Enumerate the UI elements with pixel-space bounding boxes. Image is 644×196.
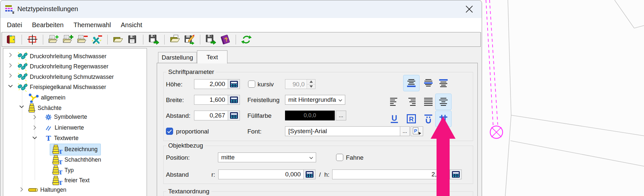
tree-item-sch-chte[interactable]: Schächte (3, 102, 147, 112)
tab-darstellung[interactable]: Darstellung (158, 52, 197, 63)
halign-justify-button[interactable] (420, 94, 437, 110)
tree-item-body[interactable]: TTextwerte (43, 133, 82, 143)
tree-item-symbolwerte[interactable]: Symbolwerte (3, 112, 147, 123)
expand-icon[interactable] (7, 72, 14, 80)
tree-item-druckrohrleitung-regenwasser[interactable]: Druckrohrleitung Regenwasser (3, 61, 147, 71)
abstand-input[interactable]: 0,267 (194, 111, 240, 120)
exit-button[interactable] (5, 34, 17, 45)
network-chain-icon (17, 62, 28, 72)
tree-item-textwerte[interactable]: TTextwerte (3, 133, 147, 143)
save-as-button[interactable] (184, 34, 195, 45)
export-button[interactable] (148, 34, 160, 45)
font-apply-button[interactable]: P (411, 126, 423, 136)
plot-frame-button[interactable] (27, 34, 38, 45)
collapse-icon[interactable] (7, 83, 14, 90)
tree-item-bezeichnung[interactable]: TBezeichnung (3, 143, 147, 154)
proportional-checkbox[interactable] (166, 128, 173, 135)
schriftparameter-legend: Schriftparameter (166, 68, 216, 76)
valign-bottom-button[interactable] (403, 75, 420, 91)
hoehe-input[interactable]: 2,000 (194, 79, 240, 89)
spin-up-icon (307, 80, 315, 84)
close-icon (465, 5, 474, 13)
tree-item-body[interactable]: Haltungen (26, 185, 70, 195)
calculator-icon[interactable] (303, 170, 315, 179)
refresh-button[interactable] (241, 34, 252, 45)
fuellfarbe-swatch[interactable]: 0,0,0 (285, 111, 335, 120)
save-button[interactable] (127, 34, 138, 45)
help-button[interactable]: ? (219, 34, 231, 45)
kursiv-checkbox[interactable] (248, 80, 255, 88)
halign-right-button[interactable] (403, 94, 420, 110)
fahne-checkbox[interactable] (336, 154, 343, 161)
annotation-arrow (425, 111, 461, 196)
menu-datei[interactable]: Datei (6, 21, 23, 29)
freistellung-dropdown[interactable]: mit Hintergrundfa (285, 95, 345, 105)
valign-top-button[interactable] (435, 75, 452, 91)
calculator-icon[interactable] (228, 80, 240, 89)
menubar: DateiBearbeitenThemenwahlAnsicht (0, 18, 482, 32)
expand-icon[interactable] (31, 114, 39, 121)
abstand-r-input[interactable]: 0,000 (218, 169, 315, 179)
tree-item-druckrohrleitung-schmutzwasser[interactable]: Druckrohrleitung Schmutzwasser (3, 71, 147, 81)
halign-center-button[interactable] (435, 94, 452, 110)
toolbar-separator (143, 35, 143, 45)
menu-themenwahl[interactable]: Themenwahl (73, 21, 112, 29)
tree-item-label: Bezeichnung (64, 146, 98, 153)
tab-text[interactable]: Text (197, 50, 227, 63)
tree-item-label: Symbolwerte (54, 114, 87, 120)
valign-bottom-icon (406, 79, 416, 88)
collapse-icon[interactable] (31, 134, 39, 142)
tree-item-body[interactable]: Linienwerte (43, 123, 87, 133)
toolbar: ? (2, 32, 481, 47)
menu-ansicht[interactable]: Ansicht (120, 21, 143, 29)
add-entry-button[interactable] (62, 34, 74, 45)
expand-icon[interactable] (31, 124, 39, 132)
tree-item-freier-text[interactable]: Tfreier Text (3, 174, 147, 185)
open-folder-button[interactable] (112, 34, 124, 45)
h-label: h: (324, 171, 330, 178)
breite-input[interactable]: 1,600 (194, 95, 240, 105)
font-input[interactable]: [System]-Arial (285, 126, 400, 136)
winkel-spinner[interactable]: 90,0 (285, 79, 315, 89)
frame-text-button[interactable]: R (403, 111, 420, 127)
tree-item-allgemein[interactable]: allgemein (3, 92, 147, 102)
gear-icon (45, 114, 52, 121)
valign-middle-button[interactable] (420, 75, 437, 91)
tree-item-label: Textwerte (54, 135, 79, 142)
svg-text:R: R (409, 116, 414, 123)
fuellfarbe-more-button[interactable]: ... (336, 111, 346, 120)
position-value: mitte (221, 154, 235, 161)
frame-r-icon: R (406, 114, 416, 124)
tree-item-schachth-hen[interactable]: TSchachthöhen (3, 154, 147, 164)
font-value: [System]-Arial (285, 128, 400, 135)
underline-button[interactable]: U (386, 111, 402, 127)
tree-item-haltungen[interactable]: Haltungen (3, 185, 147, 195)
tree-item-label: Typ (64, 167, 74, 174)
spinner-arrows[interactable] (307, 80, 315, 89)
halign-left-button[interactable] (386, 94, 402, 110)
expand-icon[interactable] (7, 52, 14, 59)
close-button[interactable] (460, 3, 478, 16)
cad-canvas[interactable]: MW09 KD: 475,37 SO: 473,37 (482, 0, 644, 196)
expand-icon[interactable] (18, 186, 26, 193)
edit-tools-button[interactable] (91, 34, 103, 45)
new-entry-button[interactable] (48, 34, 60, 45)
calculator-icon[interactable] (228, 111, 240, 120)
collapse-icon[interactable] (18, 103, 26, 111)
refresh-icon (241, 34, 252, 45)
calculator-icon[interactable] (228, 95, 240, 104)
tree-item-typ[interactable]: TTyp (3, 164, 147, 174)
open-file-button[interactable] (169, 34, 181, 45)
underline-icon: U (389, 114, 399, 124)
font-more-button[interactable]: ... (400, 126, 410, 136)
tree-item-freispiegelkanal-mischwasser[interactable]: Freispiegelkanal Mischwasser (3, 81, 147, 92)
position-dropdown[interactable]: mitte (218, 152, 316, 162)
expand-icon[interactable] (7, 62, 14, 69)
delete-entry-button[interactable] (77, 34, 88, 45)
menu-bearbeiten[interactable]: Bearbeiten (31, 21, 64, 29)
tree-item-body[interactable]: Symbolwerte (43, 113, 90, 122)
tree-item-druckrohrleitung-mischwasser[interactable]: Druckrohrleitung Mischwasser (3, 50, 147, 61)
tree-item-linienwerte[interactable]: Linienwerte (3, 123, 147, 133)
winkel-value: 90,0 (285, 80, 307, 89)
export-all-button[interactable] (205, 34, 217, 45)
